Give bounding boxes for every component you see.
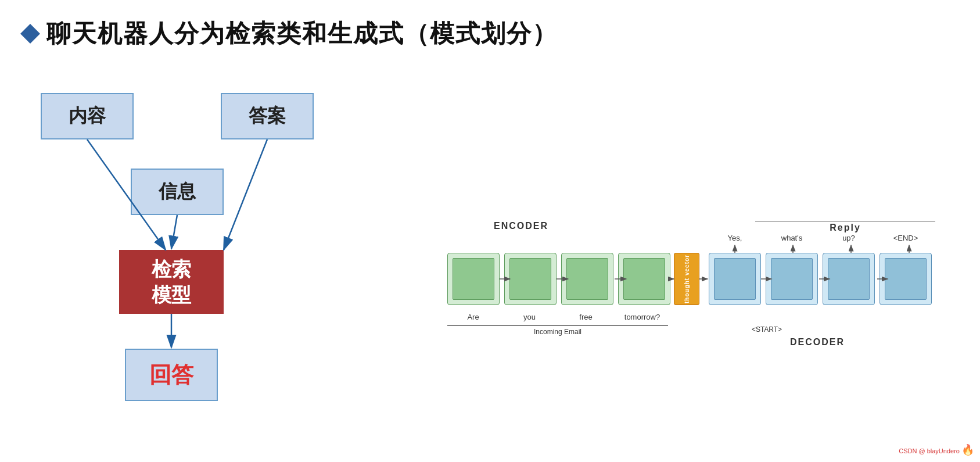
thought-vector: thought vector [674, 253, 699, 305]
decoder-cells [709, 253, 932, 305]
enc-cell-inner-3 [566, 258, 608, 300]
watermark-text: CSDN @ blayUndero [899, 447, 960, 454]
enc-cell-3 [561, 253, 613, 305]
page-title: 聊天机器人分为检索类和生成式（模式划分） [46, 17, 558, 50]
encoder-words: Are you free tomorrow? [447, 313, 668, 321]
box-xinxi: 信息 [131, 169, 224, 215]
box-huida: 回答 [125, 349, 218, 401]
box-daan: 答案 [221, 93, 314, 139]
dec-word-top-1: Yes, [709, 234, 761, 242]
thought-vector-text: thought vector [684, 255, 690, 303]
dec-cell-4 [880, 253, 932, 305]
dec-cell-2 [766, 253, 818, 305]
title-area: 聊天机器人分为检索类和生成式（模式划分） [23, 17, 558, 50]
enc-word-4: tomorrow? [616, 313, 668, 321]
enc-cell-4 [618, 253, 670, 305]
left-diagram: 内容 答案 信息 检索模型 回答 [35, 87, 354, 424]
svg-line-3 [224, 139, 267, 250]
incoming-email-label: Incoming Email [447, 325, 668, 336]
enc-dec-arrows-svg [441, 221, 947, 395]
dec-word-top-2: what's [766, 234, 818, 242]
dec-cell-inner-2 [771, 258, 813, 300]
fire-icon: 🔥 [961, 444, 974, 456]
reply-label: Reply [755, 221, 935, 233]
dec-word-top-3: up? [823, 234, 875, 242]
dec-cell-inner-3 [828, 258, 870, 300]
decoder-label: DECODER [790, 337, 845, 348]
encoder-cells [447, 253, 670, 305]
enc-word-3: free [560, 313, 612, 321]
dec-cell-1 [709, 253, 761, 305]
dec-word-top-4: <END> [880, 234, 932, 242]
enc-word-1: Are [447, 313, 499, 321]
enc-word-2: you [504, 313, 555, 321]
enc-cell-inner-1 [453, 258, 494, 300]
page-container: 聊天机器人分为检索类和生成式（模式划分） 内容 答案 信息 检索模型 回答 [0, 0, 980, 462]
start-label: <START> [709, 325, 825, 334]
dec-cell-inner-4 [885, 258, 927, 300]
right-diagram: ENCODER Reply thought vector [441, 221, 947, 436]
decoder-words-top: Yes, what's up? <END> [709, 234, 932, 242]
encoder-decoder-container: ENCODER Reply thought vector [441, 221, 947, 418]
dec-cell-3 [823, 253, 875, 305]
box-jiansuo: 检索模型 [119, 250, 224, 314]
encoder-label: ENCODER [494, 221, 548, 231]
enc-cell-2 [504, 253, 557, 305]
dec-cell-inner-1 [714, 258, 756, 300]
enc-cell-inner-4 [623, 258, 665, 300]
enc-cell-1 [447, 253, 500, 305]
watermark: CSDN @ blayUndero 🔥 [899, 443, 974, 456]
title-diamond-icon [20, 24, 40, 44]
svg-line-2 [171, 215, 177, 249]
enc-cell-inner-2 [509, 258, 551, 300]
box-neicong: 内容 [41, 93, 134, 139]
